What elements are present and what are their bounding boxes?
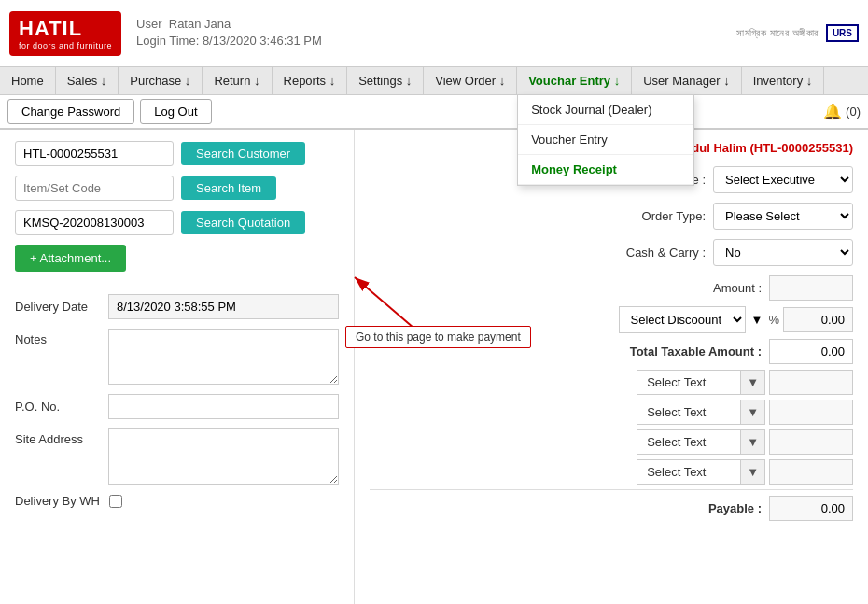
select-text-arrow-1[interactable]: ▼ <box>740 371 764 394</box>
select-text-row-1: Select Text ▼ <box>370 370 853 395</box>
search-item-button[interactable]: Search Item <box>181 176 276 200</box>
select-text-arrow-2[interactable]: ▼ <box>740 400 764 424</box>
delivery-wh-label: Delivery By WH <box>15 494 100 508</box>
select-text-label-3: Select Text <box>637 430 740 454</box>
quotation-input[interactable] <box>15 210 174 235</box>
logo-text: HATIL <box>19 17 112 41</box>
urs-badge: URS <box>826 24 859 42</box>
site-address-row: Site Address <box>15 428 339 485</box>
select-text-label-2: Select Text <box>637 400 740 424</box>
item-input[interactable] <box>15 176 174 201</box>
nav-voucher-area: Vouchar Entry ↓ Stock Journal (Dealer) V… <box>517 67 632 94</box>
discount-select[interactable]: Select Discoount <box>619 306 746 333</box>
user-label: User <box>136 17 161 31</box>
select-text-label-1: Select Text <box>637 371 740 394</box>
total-taxable-row: Total Taxable Amount : <box>370 339 853 364</box>
select-text-button-1[interactable]: Select Text ▼ <box>637 370 765 395</box>
customer-input[interactable] <box>15 141 174 166</box>
search-quotation-button[interactable]: Search Quotation <box>181 211 305 234</box>
delivery-wh-checkbox[interactable] <box>109 495 122 508</box>
total-taxable-input[interactable] <box>769 339 853 364</box>
delivery-date-value: 8/13/2020 3:58:55 PM <box>108 294 339 319</box>
nav-usermanager[interactable]: User Manager ↓ <box>632 67 741 94</box>
change-password-button[interactable]: Change Password <box>7 99 134 124</box>
select-text-value-2[interactable] <box>769 400 853 425</box>
notes-row: Notes <box>15 329 339 385</box>
cash-carry-label: Cash & Carry : <box>603 246 706 260</box>
nav-return[interactable]: Return ↓ <box>203 67 272 94</box>
delivery-wh-row: Delivery By WH <box>15 494 339 508</box>
select-text-arrow-3[interactable]: ▼ <box>740 430 764 454</box>
bell-count: (0) <box>846 105 861 119</box>
item-search-row: Search Item <box>15 176 339 201</box>
payable-label: Payable : <box>631 501 762 515</box>
select-text-value-1[interactable] <box>769 370 853 395</box>
select-text-label-4: Select Text <box>637 460 740 484</box>
select-text-row-2: Select Text ▼ <box>370 400 853 425</box>
main-content: Search Customer Search Item Search Quota… <box>0 130 868 604</box>
logout-button[interactable]: Log Out <box>140 99 211 124</box>
login-value: 8/13/2020 3:46:31 PM <box>203 34 322 48</box>
amount-label: Amount : <box>631 281 762 295</box>
delivery-date-row: Delivery Date 8/13/2020 3:58:55 PM <box>15 294 339 319</box>
order-type-select[interactable]: Please Select <box>713 203 853 230</box>
nav-vieworder[interactable]: View Order ↓ <box>424 67 517 94</box>
order-type-row: Order Type: Please Select <box>370 203 853 230</box>
login-label: Login Time: <box>136 34 199 48</box>
bell-icon[interactable]: 🔔 <box>823 103 842 120</box>
select-text-row-4: Select Text ▼ <box>370 459 853 485</box>
left-panel: Search Customer Search Item Search Quota… <box>0 130 355 604</box>
nav-settings[interactable]: Settings ↓ <box>347 67 424 94</box>
executive-select[interactable]: Select Executive <box>713 166 853 193</box>
nav-bar: Home Sales ↓ Purchase ↓ Return ↓ Reports… <box>0 67 868 95</box>
select-text-row-3: Select Text ▼ <box>370 429 853 455</box>
select-text-button-3[interactable]: Select Text ▼ <box>637 429 765 455</box>
search-customer-button[interactable]: Search Customer <box>181 142 305 165</box>
nav-reports[interactable]: Reports ↓ <box>273 67 348 94</box>
amount-row: Amount : <box>370 275 853 301</box>
notes-textarea[interactable] <box>108 329 339 385</box>
notes-label: Notes <box>15 329 99 346</box>
site-address-textarea[interactable] <box>108 428 339 485</box>
select-text-button-2[interactable]: Select Text ▼ <box>637 400 765 425</box>
discount-row: Select Discoount ▼ % <box>370 306 853 333</box>
main-wrapper: Search Customer Search Item Search Quota… <box>0 130 868 604</box>
nav-voucher[interactable]: Vouchar Entry ↓ <box>517 67 632 94</box>
brand-text: সামগ্রিক মানের অঙ্গীকার <box>736 27 819 39</box>
quotation-search-row: Search Quotation <box>15 210 339 235</box>
payable-input[interactable] <box>769 496 853 521</box>
attachment-button[interactable]: + Attachment... <box>15 245 126 272</box>
dropdown-money-receipt[interactable]: Money Receipt <box>518 155 693 185</box>
cash-carry-select[interactable]: No <box>713 239 853 266</box>
right-panel: Customer: Md.Abdul Halim (HTL-0000255531… <box>355 130 868 604</box>
site-address-label: Site Address <box>15 428 99 446</box>
user-value: Ratan Jana <box>169 17 231 31</box>
cash-carry-row: Cash & Carry : No <box>370 239 853 266</box>
logo-sub: for doors and furniture <box>19 41 112 50</box>
order-type-label: Order Type: <box>603 209 706 223</box>
nav-sales[interactable]: Sales ↓ <box>56 67 119 94</box>
voucher-dropdown: Stock Journal (Dealer) Voucher Entry Mon… <box>517 94 694 186</box>
pct-label: % <box>768 313 779 327</box>
select-text-value-3[interactable] <box>769 429 853 455</box>
select-text-value-4[interactable] <box>769 459 853 485</box>
po-row: P.O. No. <box>15 394 339 419</box>
delivery-date-label: Delivery Date <box>15 300 99 314</box>
amount-input[interactable] <box>769 275 853 301</box>
logo: HATIL for doors and furniture <box>9 11 121 56</box>
po-input[interactable] <box>108 394 339 419</box>
dropdown-stock-journal[interactable]: Stock Journal (Dealer) <box>518 95 693 125</box>
nav-inventory[interactable]: Inventory ↓ <box>742 67 825 94</box>
nav-home[interactable]: Home <box>0 67 56 94</box>
select-text-arrow-4[interactable]: ▼ <box>740 460 764 484</box>
dropdown-voucher-entry[interactable]: Voucher Entry <box>518 125 693 155</box>
sub-nav: Change Password Log Out 🔔 (0) <box>0 95 868 130</box>
user-info: User Ratan Jana Login Time: 8/13/2020 3:… <box>136 17 736 50</box>
total-taxable-label: Total Taxable Amount : <box>630 344 762 358</box>
nav-purchase[interactable]: Purchase ↓ <box>119 67 203 94</box>
po-label: P.O. No. <box>15 400 99 414</box>
select-text-button-4[interactable]: Select Text ▼ <box>637 459 765 485</box>
discount-input[interactable] <box>783 307 853 332</box>
attachment-area: + Attachment... <box>15 245 339 283</box>
payable-row: Payable : <box>370 489 853 521</box>
